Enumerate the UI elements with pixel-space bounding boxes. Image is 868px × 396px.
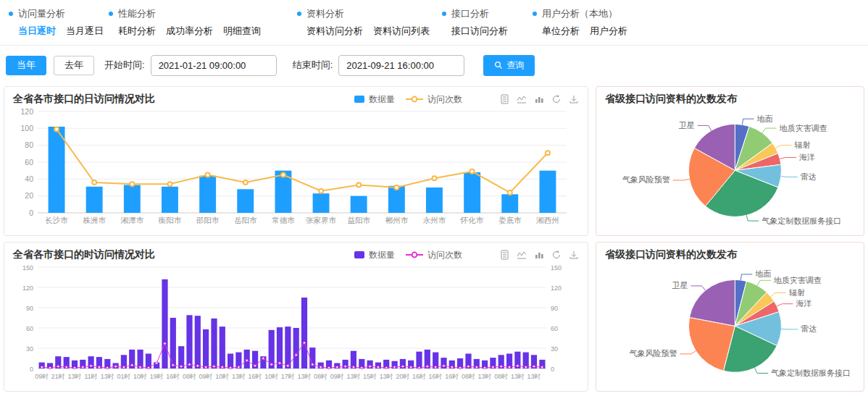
nav-item-data-access-list[interactable]: 资料访问列表 [373, 25, 430, 38]
nav-group-performance: 性能分析 耗时分析 成功率分析 明细查询 [109, 7, 271, 38]
nav-group-traffic: 访问量分析 当日逐时 当月逐日 [9, 7, 114, 38]
svg-text:海洋: 海洋 [796, 299, 812, 308]
nav-item-time-cost[interactable]: 耗时分析 [118, 25, 156, 38]
nav-item-success-rate[interactable]: 成功率分析 [166, 25, 213, 38]
nav-group-interface: 接口分析 接口访问分析 [442, 7, 518, 38]
hourly-bar-line-chart[interactable]: 0030306060909012012015015009时21时13时11时13… [13, 261, 577, 383]
download-icon[interactable] [569, 94, 579, 104]
svg-text:地质灾害调查: 地质灾害调查 [779, 124, 827, 132]
svg-text:辐射: 辐射 [795, 140, 811, 149]
bullet-icon [442, 12, 446, 16]
last-year-button[interactable]: 去年 [54, 56, 94, 75]
svg-text:海洋: 海洋 [799, 153, 815, 161]
download-icon[interactable] [569, 250, 579, 260]
daily-chart-legend: 数据量 访问次数 [343, 93, 462, 106]
svg-text:永州市: 永州市 [423, 216, 446, 224]
top-navigation: 访问量分析 当日逐时 当月逐日 性能分析 耗时分析 成功率分析 明细查询 资料分… [0, 0, 868, 46]
svg-text:邵阳市: 邵阳市 [196, 216, 220, 224]
province-pie-card-top: 省级接口访问资料的次数发布 地面地质灾害调查辐射海洋雷达气象定制数据服务接口气象… [596, 86, 864, 236]
svg-text:19时: 19时 [150, 373, 164, 380]
svg-text:60: 60 [26, 325, 33, 332]
nav-item-interface-access[interactable]: 接口访问分析 [451, 25, 508, 38]
end-time-label: 结束时间: [293, 59, 333, 72]
svg-text:气象定制数据服务接口: 气象定制数据服务接口 [771, 368, 851, 377]
hourly-chart-card: 全省各市接口的时访问情况对比 数据量 访问次数 [4, 242, 588, 392]
svg-text:衡阳市: 衡阳市 [158, 216, 182, 224]
svg-text:株洲市: 株洲市 [82, 216, 106, 224]
svg-text:16时: 16时 [166, 373, 180, 380]
bar-chart-icon[interactable] [534, 250, 544, 260]
svg-text:120: 120 [20, 107, 33, 116]
nav-group-user: 用户分析（本地） 单位分析 用户分析 [533, 7, 638, 38]
bar-legend-icon [354, 95, 365, 104]
svg-text:13时: 13时 [232, 373, 246, 380]
legend-item-databar[interactable]: 数据量 [354, 249, 395, 261]
svg-text:30: 30 [26, 345, 33, 353]
svg-text:100: 100 [20, 124, 33, 132]
chart-toolbox [500, 94, 579, 104]
restore-icon[interactable] [551, 94, 562, 104]
svg-text:13时: 13时 [380, 373, 393, 380]
svg-text:10时: 10时 [215, 373, 229, 380]
nav-item-detail-query[interactable]: 明细查询 [223, 25, 261, 38]
svg-text:150: 150 [22, 264, 33, 271]
svg-text:21时: 21时 [51, 373, 65, 380]
svg-text:雷达: 雷达 [801, 324, 817, 333]
nav-group-title: 性能分析 [118, 7, 156, 20]
province-access-pie-chart[interactable]: 地面地质灾害调查辐射海洋雷达气象定制数据服务接口气象风险预警卫星 [605, 263, 855, 384]
svg-text:辐射: 辐射 [789, 288, 805, 297]
nav-item-hourly-today[interactable]: 当日逐时 [18, 25, 56, 38]
svg-text:20: 20 [25, 191, 33, 200]
svg-text:11时: 11时 [84, 373, 97, 380]
svg-text:卫星: 卫星 [672, 281, 688, 290]
svg-text:20时: 20时 [396, 373, 409, 380]
svg-text:娄底市: 娄底市 [498, 216, 522, 224]
nav-item-unit-analysis[interactable]: 单位分析 [542, 25, 580, 38]
svg-text:0: 0 [30, 366, 33, 373]
nav-group-title: 接口分析 [451, 7, 489, 20]
province-access-pie-chart[interactable]: 地面地质灾害调查辐射海洋雷达气象定制数据服务接口气象风险预警卫星 [605, 107, 855, 229]
svg-text:13时: 13时 [478, 373, 492, 380]
legend-item-databar[interactable]: 数据量 [354, 93, 395, 106]
filter-bar: 当年 去年 开始时间: 结束时间: 查询 [0, 46, 868, 85]
start-time-input[interactable] [151, 55, 277, 76]
svg-text:40: 40 [25, 174, 33, 183]
data-view-icon[interactable] [500, 250, 509, 260]
svg-text:13时: 13时 [346, 373, 360, 380]
svg-text:08时: 08时 [462, 373, 475, 380]
legend-item-visits[interactable]: 访问次数 [405, 249, 462, 261]
bullet-icon [297, 12, 301, 16]
line-chart-icon[interactable] [517, 94, 527, 104]
svg-text:卫星: 卫星 [678, 121, 695, 130]
svg-text:16时: 16时 [445, 373, 459, 380]
daily-bar-line-chart[interactable]: 020406080100120长沙市株洲市湘潭市衡阳市邵阳市岳阳市常德市张家界市… [13, 106, 577, 227]
line-chart-icon[interactable] [517, 250, 527, 260]
svg-text:长沙市: 长沙市 [45, 216, 68, 224]
svg-text:气象风险预警: 气象风险预警 [622, 175, 670, 184]
nav-item-user-analysis[interactable]: 用户分析 [590, 25, 627, 38]
legend-item-visits[interactable]: 访问次数 [405, 93, 462, 106]
svg-text:地质灾害调查: 地质灾害调查 [773, 276, 822, 285]
search-button[interactable]: 查询 [483, 55, 535, 76]
nav-group-title: 用户分析（本地） [542, 7, 617, 20]
chart-toolbox [500, 250, 579, 260]
svg-text:09时: 09时 [35, 373, 49, 380]
nav-item-data-access-analysis[interactable]: 资料访问分析 [306, 25, 363, 38]
bar-chart-icon[interactable] [534, 94, 544, 104]
bullet-icon [533, 12, 537, 16]
dashboard-main: 全省各市接口的日访问情况对比 数据量 访问次数 [0, 85, 868, 392]
svg-text:80: 80 [25, 140, 33, 149]
data-view-icon[interactable] [500, 94, 509, 104]
end-time-input[interactable] [338, 55, 464, 76]
nav-group-title: 访问量分析 [18, 7, 65, 20]
nav-group-data: 资料分析 资料访问分析 资料访问列表 [297, 7, 440, 38]
start-time-label: 开始时间: [104, 59, 145, 72]
this-year-button[interactable]: 当年 [6, 56, 46, 75]
search-icon [494, 61, 503, 69]
nav-item-daily-month[interactable]: 当月逐日 [66, 25, 104, 38]
svg-text:地面: 地面 [754, 269, 771, 278]
restore-icon[interactable] [551, 250, 562, 260]
province-pie-card-bottom: 省级接口访问资料的次数发布 地面地质灾害调查辐射海洋雷达气象定制数据服务接口气象… [596, 242, 864, 392]
svg-text:30: 30 [551, 345, 558, 353]
svg-text:15时: 15时 [363, 373, 377, 380]
